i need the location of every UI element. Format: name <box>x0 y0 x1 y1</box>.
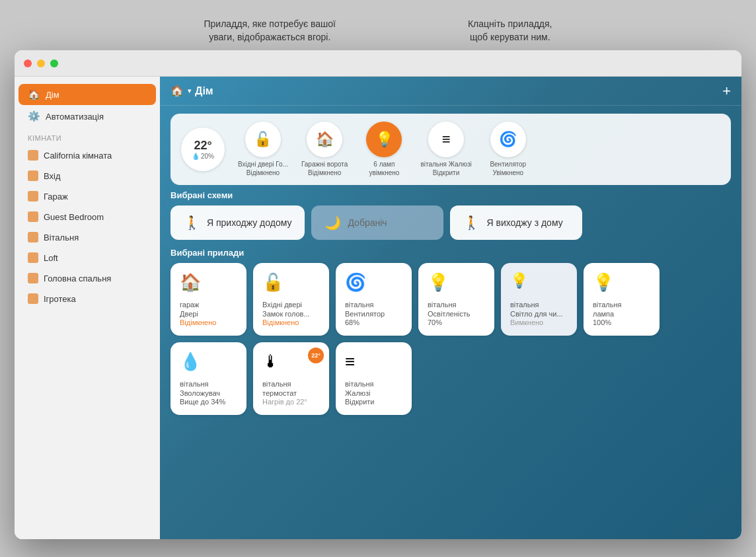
sidebar-vhid-label: Вхід <box>44 171 61 181</box>
acc-living-light[interactable]: 💡 вітальняОсвітленість 70% <box>418 263 494 336</box>
scene-goodnight-label: Добраніч <box>348 217 387 228</box>
acc-living-light-name: вітальняОсвітленість 70% <box>428 300 485 327</box>
acc-humidifier[interactable]: 💧 вітальняЗволожувач Вище до 34% <box>170 342 246 415</box>
sidebar-home-label: Дім <box>46 90 59 100</box>
room-icon-garage <box>28 191 38 202</box>
top-acc-front-door[interactable]: 🔓 Вхідні двері Го...Відімкнено <box>238 122 288 177</box>
titlebar <box>15 50 741 77</box>
sidebar: 🏠 Дім ⚙️ Автоматизація Кімнати Californi… <box>15 77 160 539</box>
sidebar-item-home[interactable]: 🏠 Дім <box>19 84 156 105</box>
scene-arrive-home[interactable]: 🚶 Я приходжу додому <box>170 205 305 240</box>
sidebar-automation-label: Автоматизація <box>46 112 104 122</box>
sidebar-item-guest[interactable]: Guest Bedroom <box>19 207 156 227</box>
acc-blinds[interactable]: ≡ вітальняЖалюзі Відкрити <box>336 342 412 415</box>
acc-reading-light-icon: 💡 <box>510 272 568 289</box>
top-acc-front-door-label: Вхідні двері Го...Відімкнено <box>238 160 288 177</box>
top-acc-lamps[interactable]: 💡 6 лампувімкнено <box>361 122 407 177</box>
sidebar-loft-label: Loft <box>44 253 58 263</box>
acc-blinds-name: вітальняЖалюзі Відкрити <box>345 379 402 406</box>
top-acc-lamps-label: 6 лампувімкнено <box>369 160 399 177</box>
acc-thermostat[interactable]: 22° 🌡 вітальнятермостат Нагрів до 22° <box>253 342 329 415</box>
room-icon-vhid <box>28 170 38 181</box>
top-acc-blinds-label: вітальня ЖалюзіВідкрити <box>420 160 471 177</box>
acc-reading-light[interactable]: 💡 вітальняСвітло для чи... Вимкнено <box>501 263 577 336</box>
acc-front-door-lock[interactable]: 🔓 Вхідні дверіЗамок голов... Відімкнено <box>253 263 329 336</box>
annotation-right: Клацніть приладдя,щоб керувати ним. <box>468 18 552 44</box>
room-icon-loft <box>28 252 38 263</box>
sidebar-item-california[interactable]: California кімната <box>19 145 156 165</box>
top-acc-lamps-icon: 💡 <box>366 122 402 157</box>
top-acc-garage-door-label: Гаражні воротаВідімкнено <box>301 160 348 177</box>
annotation-left: Приладдя, яке потребує вашоїуваги, відоб… <box>204 18 336 44</box>
goodnight-icon: 🌙 <box>324 215 341 231</box>
weather-badge: 22° 💧 20% <box>181 128 225 171</box>
acc-front-door-lock-name: Вхідні дверіЗамок голов... Відімкнено <box>262 300 320 327</box>
sidebar-master-label: Головна спальня <box>44 274 111 283</box>
acc-humidifier-icon: 💧 <box>180 352 237 372</box>
top-acc-fan-label: ВентиляторУвімкнено <box>490 160 526 177</box>
room-icon-master <box>28 273 38 283</box>
sidebar-playroom-label: Ігротека <box>44 294 76 304</box>
top-acc-garage-door-icon: 🏠 <box>307 122 342 157</box>
top-acc-blinds-icon: ≡ <box>428 122 464 157</box>
top-acc-garage-door[interactable]: 🏠 Гаражні воротаВідімкнено <box>301 122 348 177</box>
room-icon-guest <box>28 211 38 222</box>
annotations: Приладдя, яке потребує вашоїуваги, відоб… <box>15 18 741 44</box>
annotation-area: Приладдя, яке потребує вашоїуваги, відоб… <box>15 18 741 539</box>
close-button[interactable] <box>24 59 32 67</box>
main-layout: 🏠 Дім ⚙️ Автоматизація Кімнати Californi… <box>15 77 741 539</box>
accessories-grid: 🏠 гаражДвері Відімкнено 🔓 Вхідні дверіЗа… <box>170 263 731 415</box>
app-window: 🏠 Дім ⚙️ Автоматизація Кімнати Californi… <box>15 50 741 539</box>
sidebar-item-loft[interactable]: Loft <box>19 248 156 268</box>
sidebar-item-automation[interactable]: ⚙️ Автоматизація <box>19 106 156 127</box>
sidebar-garage-label: Гараж <box>44 192 68 202</box>
acc-living-lamp[interactable]: 💡 вітальнялампа 100% <box>584 263 660 336</box>
acc-living-fan-icon: 🌀 <box>345 272 402 293</box>
acc-garage-door[interactable]: 🏠 гаражДвері Відімкнено <box>170 263 246 336</box>
acc-living-lamp-name: вітальнялампа 100% <box>593 300 650 327</box>
sidebar-item-master[interactable]: Головна спальня <box>19 268 156 288</box>
top-acc-fan[interactable]: 🌀 ВентиляторУвімкнено <box>485 122 531 177</box>
acc-thermostat-name: вітальнятермостат Нагрів до 22° <box>262 379 320 406</box>
minimize-button[interactable] <box>37 59 45 67</box>
accessories-section: Вибрані прилади 🏠 гаражДвері Відімкнено <box>160 248 741 423</box>
main-content: 🏠 ▾ Дім + 22° 💧 20% <box>160 77 741 539</box>
sidebar-guest-label: Guest Bedroom <box>44 212 104 222</box>
room-icon-living <box>28 232 38 242</box>
acc-living-light-icon: 💡 <box>428 272 485 293</box>
acc-garage-door-icon: 🏠 <box>180 272 237 293</box>
sidebar-item-living[interactable]: Вітальня <box>19 227 156 247</box>
acc-garage-door-name: гаражДвері Відімкнено <box>180 300 237 327</box>
acc-reading-light-name: вітальняСвітло для чи... Вимкнено <box>510 300 568 327</box>
room-icon-playroom <box>28 293 38 304</box>
acc-front-door-lock-icon: 🔓 <box>262 272 320 293</box>
sidebar-rooms-section: Кімнати <box>15 128 160 145</box>
content-header: 🏠 ▾ Дім + <box>160 77 741 106</box>
sidebar-item-playroom[interactable]: Ігротека <box>19 289 156 309</box>
drop-icon: 💧 <box>192 153 200 160</box>
acc-living-fan-name: вітальняВентилятор 68% <box>345 300 402 327</box>
scene-leave-label: Я виходжу з дому <box>486 217 562 228</box>
temperature: 22° <box>194 139 211 153</box>
leave-icon: 🚶 <box>463 215 480 231</box>
add-button[interactable]: + <box>722 84 731 98</box>
scene-arrive-label: Я приходжу додому <box>207 217 291 228</box>
sidebar-item-vhid[interactable]: Вхід <box>19 166 156 186</box>
sidebar-living-label: Вітальня <box>44 233 79 242</box>
top-acc-front-door-icon: 🔓 <box>245 122 281 157</box>
acc-living-fan[interactable]: 🌀 вітальняВентилятор 68% <box>336 263 412 336</box>
scene-goodnight[interactable]: 🌙 Добраніч <box>311 205 443 240</box>
arrive-icon: 🚶 <box>184 215 200 231</box>
zoom-button[interactable] <box>50 59 58 67</box>
humidity: 💧 20% <box>192 153 214 160</box>
acc-humidifier-name: вітальняЗволожувач Вище до 34% <box>180 379 237 406</box>
accessories-title: Вибрані прилади <box>170 248 731 258</box>
top-acc-blinds[interactable]: ≡ вітальня ЖалюзіВідкрити <box>420 122 471 177</box>
home-icon: 🏠 <box>28 89 40 100</box>
sidebar-item-garage[interactable]: Гараж <box>19 186 156 206</box>
automation-icon: ⚙️ <box>28 110 40 122</box>
home-nav-icon: 🏠 <box>170 85 184 97</box>
content-title: 🏠 ▾ Дім <box>170 85 213 97</box>
scene-leave-home[interactable]: 🚶 Я виходжу з дому <box>450 205 582 240</box>
top-acc-fan-icon: 🌀 <box>490 122 526 157</box>
